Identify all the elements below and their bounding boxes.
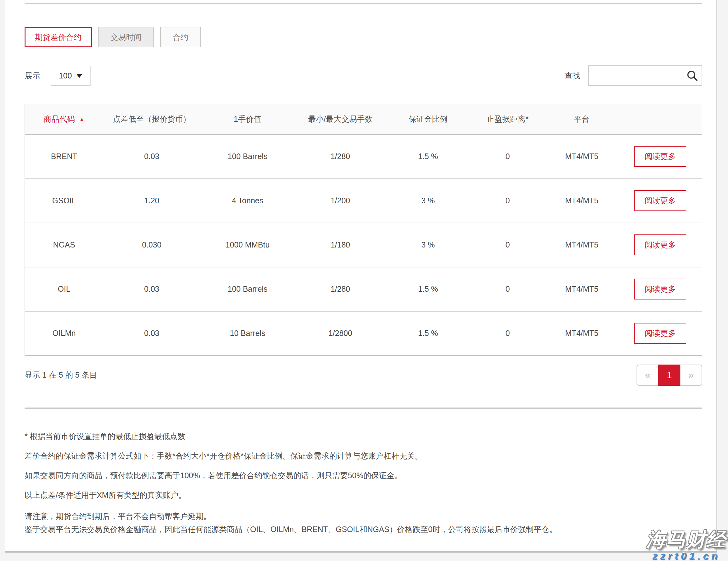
cell-symbol: OIL xyxy=(25,267,104,311)
cell-min-max: 1/280 xyxy=(295,134,386,179)
content-panel: 期货差价合约 交易时间 合约 展示 100 查找 xyxy=(5,0,717,553)
column-header-min-max-lots[interactable]: 最小/最大交易手数 xyxy=(295,104,386,134)
cell-symbol: GSOIL xyxy=(25,179,104,223)
column-header-symbol-label: 商品代码 xyxy=(44,114,75,123)
cell-lot-value: 4 Tonnes xyxy=(200,179,295,223)
tab-bar: 期货差价合约 交易时间 合约 xyxy=(25,27,702,47)
cell-lot-value: 1000 MMBtu xyxy=(200,223,295,267)
cell-sl-tp: 0 xyxy=(470,223,545,267)
tab-trading-hours[interactable]: 交易时间 xyxy=(98,27,154,47)
cell-platform: MT4/MT5 xyxy=(545,179,618,223)
read-more-button[interactable]: 阅读更多 xyxy=(634,323,686,344)
footnote-hedged: 如果交易同方向的商品，预付款比例需要高于100%，若使用差价合约锁仓交易的话，则… xyxy=(25,470,702,480)
tab-futures-cfd[interactable]: 期货差价合约 xyxy=(25,27,92,47)
cell-platform: MT4/MT5 xyxy=(545,267,618,311)
section-divider xyxy=(25,408,702,409)
cell-lot-value: 100 Barrels xyxy=(200,134,295,179)
cell-platform: MT4/MT5 xyxy=(545,311,618,356)
cell-min-max: 1/200 xyxy=(295,179,386,223)
search-label: 查找 xyxy=(565,71,580,81)
footnote-accounts: 以上点差/条件适用于XM所有类型的真实账户。 xyxy=(25,490,702,500)
cell-spread: 1.20 xyxy=(103,179,200,223)
chevron-down-icon xyxy=(76,74,82,78)
instruments-table: 商品代码▲ 点差低至（报价货币） 1手价值 最小/最大交易手数 保证金比例 止盈… xyxy=(25,104,702,356)
read-more-button[interactable]: 阅读更多 xyxy=(634,234,686,255)
entries-summary: 显示 1 在 5 的 5 条目 xyxy=(25,370,97,380)
table-row: GSOIL 1.20 4 Tonnes 1/200 3 % 0 MT4/MT5 … xyxy=(25,179,702,223)
top-divider xyxy=(25,3,702,4)
table-header-row: 商品代码▲ 点差低至（报价货币） 1手价值 最小/最大交易手数 保证金比例 止盈… xyxy=(25,104,702,134)
cell-margin: 3 % xyxy=(386,223,470,267)
search-input[interactable] xyxy=(588,65,702,86)
read-more-button[interactable]: 阅读更多 xyxy=(634,278,686,300)
cell-spread: 0.030 xyxy=(103,223,200,267)
column-header-spread[interactable]: 点差低至（报价货币） xyxy=(103,104,200,134)
cell-platform: MT4/MT5 xyxy=(545,134,618,179)
cell-spread: 0.03 xyxy=(103,311,200,356)
cell-margin: 1.5 % xyxy=(386,311,470,356)
pagination-page-1[interactable]: 1 xyxy=(658,365,680,386)
cell-margin: 1.5 % xyxy=(386,267,470,311)
cell-min-max: 1/280 xyxy=(295,267,386,311)
read-more-button[interactable]: 阅读更多 xyxy=(634,146,686,167)
column-header-margin[interactable]: 保证金比例 xyxy=(386,104,470,134)
cell-symbol: BRENT xyxy=(25,134,104,179)
cell-symbol: OILMn xyxy=(25,311,104,356)
pagination: « 1 » xyxy=(637,365,702,386)
column-header-action xyxy=(619,104,702,134)
tab-contracts[interactable]: 合约 xyxy=(160,27,201,47)
cell-sl-tp: 0 xyxy=(470,311,545,356)
table-row: OIL 0.03 100 Barrels 1/280 1.5 % 0 MT4/M… xyxy=(25,267,702,311)
column-header-symbol[interactable]: 商品代码▲ xyxy=(25,104,104,134)
cell-lot-value: 100 Barrels xyxy=(200,267,295,311)
page-size-value: 100 xyxy=(59,71,72,80)
table-row: BRENT 0.03 100 Barrels 1/280 1.5 % 0 MT4… xyxy=(25,134,702,179)
column-header-sl-tp[interactable]: 止盈损距离* xyxy=(470,104,545,134)
cell-sl-tp: 0 xyxy=(470,134,545,179)
cell-margin: 1.5 % xyxy=(386,134,470,179)
footnote-sl-tp: * 根据当前市价设置挂单的最低止损盈最低点数 xyxy=(25,431,702,441)
table-controls: 展示 100 查找 xyxy=(25,65,702,86)
column-header-platform[interactable]: 平台 xyxy=(545,104,618,134)
cell-sl-tp: 0 xyxy=(470,179,545,223)
table-row: NGAS 0.030 1000 MMBtu 1/180 3 % 0 MT4/MT… xyxy=(25,223,702,267)
cell-spread: 0.03 xyxy=(103,267,200,311)
cell-sl-tp: 0 xyxy=(470,267,545,311)
footnote-expiry-group: 请注意，期货合约到期后，平台不会自动帮客户延期。 鉴于交易平台无法交易负价格金融… xyxy=(25,510,702,536)
footnote-negative-prices: 鉴于交易平台无法交易负价格金融商品，因此当任何能源类商品（OIL、OILMn、B… xyxy=(25,523,702,536)
cell-min-max: 1/2800 xyxy=(295,311,386,356)
cell-margin: 3 % xyxy=(386,179,470,223)
cell-symbol: NGAS xyxy=(25,223,104,267)
show-label: 展示 xyxy=(25,71,40,81)
sort-asc-icon: ▲ xyxy=(79,116,85,122)
cell-spread: 0.03 xyxy=(103,134,200,179)
pagination-prev-button[interactable]: « xyxy=(637,365,658,386)
table-row: OILMn 0.03 10 Barrels 1/2800 1.5 % 0 MT4… xyxy=(25,311,702,356)
cell-min-max: 1/180 xyxy=(295,223,386,267)
search-icon xyxy=(687,70,698,81)
column-header-lot-value[interactable]: 1手价值 xyxy=(200,104,295,134)
pagination-next-button[interactable]: » xyxy=(680,365,702,386)
table-footer: 显示 1 在 5 的 5 条目 « 1 » xyxy=(25,365,702,386)
page-size-select[interactable]: 100 xyxy=(51,66,91,86)
cell-lot-value: 10 Barrels xyxy=(200,311,295,356)
footnote-expiry: 请注意，期货合约到期后，平台不会自动帮客户延期。 xyxy=(25,510,702,523)
read-more-button[interactable]: 阅读更多 xyxy=(634,190,686,211)
footnote-margin-formula: 差价合约的保证金需求计算公式如下：手数*合约大小*开仓价格*保证金比例。保证金需… xyxy=(25,451,702,461)
cell-platform: MT4/MT5 xyxy=(545,223,618,267)
footnotes: * 根据当前市价设置挂单的最低止损盈最低点数 差价合约的保证金需求计算公式如下：… xyxy=(25,431,702,536)
